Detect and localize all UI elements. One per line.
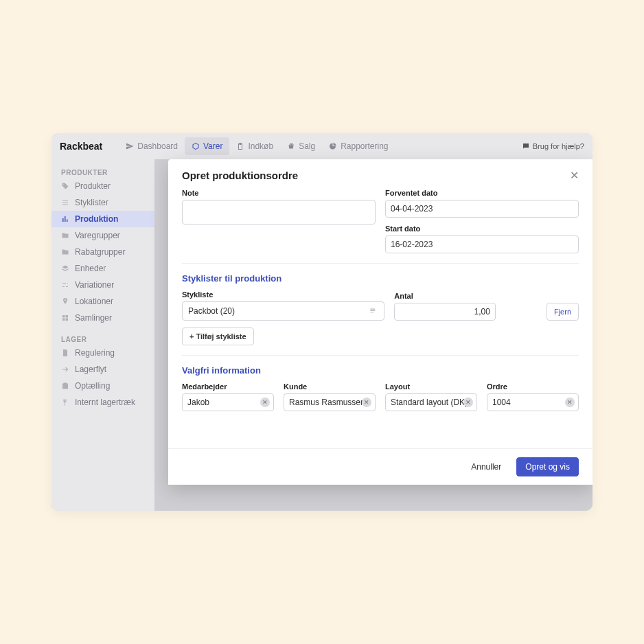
tag-icon (61, 182, 69, 190)
qty-label: Antal (394, 292, 496, 300)
sidebar-item-label: Rabatgrupper (75, 247, 125, 257)
section-basic: Note Forventet dato Start dato (182, 189, 579, 264)
folder-icon (61, 248, 69, 256)
collection-icon (61, 314, 69, 322)
pin-icon (61, 297, 69, 306)
app-window: Rackbeat Dashboard Varer Indkøb Salg (51, 133, 593, 511)
note-input[interactable] (182, 200, 376, 225)
nav-label: Indkøb (248, 141, 273, 151)
cancel-button[interactable]: Annuller (463, 457, 509, 476)
sidebar-item-label: Lagerflyt (75, 365, 106, 374)
layout-label: Layout (385, 382, 477, 391)
sidebar-item-internt-lagertraek[interactable]: Internt lagertræk (51, 394, 154, 411)
sidebar-item-optaelling[interactable]: Optælling (51, 378, 154, 394)
cube-icon (192, 142, 200, 150)
sidebar-item-varegrupper[interactable]: Varegrupper (51, 227, 154, 244)
sidebar-item-label: Optælling (75, 381, 110, 391)
employee-label: Medarbejder (182, 382, 274, 391)
expected-date-label: Forventet dato (385, 189, 579, 197)
sidebar-item-label: Produkter (75, 181, 111, 191)
sidebar-item-samlinger[interactable]: Samlinger (51, 310, 154, 326)
nav-salg[interactable]: Salg (280, 137, 322, 155)
boms-section-title: Styklister til produktion (182, 273, 579, 284)
chat-icon (522, 142, 530, 150)
clipboard-icon (236, 142, 244, 150)
add-bom-button[interactable]: + Tilføj stykliste (182, 327, 254, 345)
sidebar-item-enheder[interactable]: Enheder (51, 260, 154, 277)
sliders-icon (61, 281, 69, 289)
basket-icon (287, 142, 295, 150)
nav-label: Rapportering (341, 141, 388, 151)
clear-employee-icon[interactable]: ✕ (260, 398, 270, 407)
sidebar-item-rabatgrupper[interactable]: Rabatgrupper (51, 244, 154, 260)
sidebar-item-label: Styklister (75, 198, 108, 207)
clipboard-check-icon (61, 382, 69, 390)
bom-select[interactable]: Packbot (20) (182, 301, 384, 321)
sidebar-item-styklister[interactable]: Styklister (51, 194, 154, 211)
nav-rapportering[interactable]: Rapportering (322, 137, 395, 155)
sidebar-item-produktion[interactable]: Produktion (51, 211, 154, 227)
fork-icon (61, 398, 69, 406)
submit-button[interactable]: Opret og vis (516, 457, 579, 476)
clear-layout-icon[interactable]: ✕ (463, 398, 473, 407)
sidebar-item-label: Variationer (75, 280, 114, 290)
arrow-right-icon (61, 365, 69, 373)
nav-dashboard[interactable]: Dashboard (119, 137, 185, 155)
sidebar: PRODUKTER Produkter Styklister Produktio… (51, 159, 154, 511)
list-selector-icon (369, 306, 378, 316)
document-icon (61, 349, 69, 357)
nav-indkob[interactable]: Indkøb (229, 137, 280, 155)
sidebar-item-lagerflyt[interactable]: Lagerflyt (51, 361, 154, 378)
help-link[interactable]: Brug for hjælp? (522, 142, 584, 150)
expected-date-input[interactable] (385, 200, 579, 218)
note-label: Note (182, 189, 376, 197)
sidebar-item-label: Internt lagertræk (75, 398, 135, 407)
modal-footer: Annuller Opret og vis (168, 448, 593, 485)
topbar: Rackbeat Dashboard Varer Indkøb Salg (51, 133, 593, 159)
brand-logo: Rackbeat (60, 141, 102, 152)
sidebar-item-variationer[interactable]: Variationer (51, 277, 154, 293)
start-date-input[interactable] (385, 235, 579, 253)
sidebar-item-label: Lokationer (75, 297, 113, 306)
section-optional: Valgfri information Medarbejder ✕ Kunde (182, 365, 579, 421)
modal-title: Opret produktionsordre (182, 170, 298, 181)
modal-body: Note Forventet dato Start dato Stykliste… (168, 189, 593, 448)
list-icon (61, 198, 69, 207)
folder-icon (61, 231, 69, 240)
bom-label: Stykliste (182, 290, 384, 299)
sidebar-item-label: Produktion (75, 214, 118, 224)
start-date-label: Start dato (385, 225, 579, 233)
sidebar-item-lokationer[interactable]: Lokationer (51, 293, 154, 310)
bar-chart-icon (61, 215, 69, 223)
optional-section-title: Valgfri information (182, 365, 579, 376)
clear-order-icon[interactable]: ✕ (565, 398, 575, 407)
help-label: Brug for hjælp? (533, 142, 584, 150)
nav-label: Dashboard (137, 141, 178, 151)
sidebar-item-label: Regulering (75, 348, 115, 358)
sidebar-heading-lager: LAGER (51, 332, 154, 345)
create-production-order-modal: Opret produktionsordre ✕ Note Forventet … (168, 159, 593, 485)
sidebar-item-label: Samlinger (75, 313, 112, 323)
customer-label: Kunde (284, 382, 376, 391)
paper-plane-icon (126, 142, 134, 150)
order-label: Ordre (487, 382, 579, 391)
remove-bom-button[interactable]: Fjern (547, 303, 579, 321)
bom-value: Packbot (20) (188, 306, 235, 316)
pie-chart-icon (329, 142, 337, 150)
sidebar-item-label: Varegrupper (75, 231, 120, 240)
close-icon[interactable]: ✕ (570, 169, 579, 182)
clear-customer-icon[interactable]: ✕ (362, 398, 371, 407)
section-boms: Styklister til produktion Stykliste Pack… (182, 273, 579, 356)
sidebar-item-produkter[interactable]: Produkter (51, 178, 154, 194)
nav-varer[interactable]: Varer (185, 137, 229, 155)
sidebar-heading-produkter: PRODUKTER (51, 165, 154, 178)
nav-label: Varer (203, 141, 222, 151)
sidebar-item-regulering[interactable]: Regulering (51, 345, 154, 361)
sidebar-item-label: Enheder (75, 264, 106, 273)
modal-header: Opret produktionsordre ✕ (168, 159, 593, 189)
qty-input[interactable] (394, 303, 496, 321)
layers-icon (61, 264, 69, 273)
nav-label: Salg (299, 141, 315, 151)
